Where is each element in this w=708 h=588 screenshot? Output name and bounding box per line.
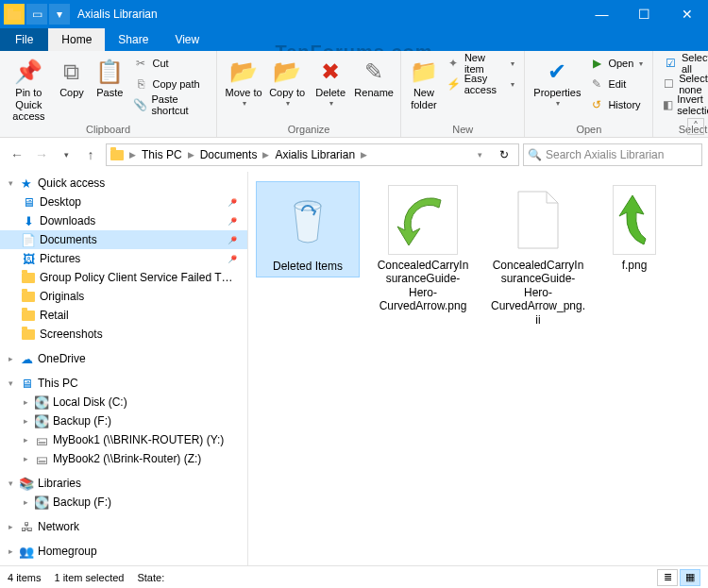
file-item[interactable]: ConcealedCarryInsuranceGuide-Hero-Curved…	[371, 181, 475, 317]
history-button[interactable]: ↺History	[585, 94, 647, 115]
file-menu[interactable]: File	[0, 28, 48, 51]
blank-file-icon	[503, 185, 573, 255]
recycle-bin-icon	[273, 186, 343, 256]
document-icon: 📄	[21, 232, 36, 247]
nav-item-downloads[interactable]: ⬇Downloads📍	[0, 211, 247, 230]
chevron-right-icon: ▶	[129, 150, 136, 160]
network-drive-icon: 🖴	[34, 451, 49, 466]
select-none-button[interactable]: ☐Select none	[659, 74, 708, 94]
pin-icon: 📍	[225, 213, 240, 228]
tab-share[interactable]: Share	[105, 28, 161, 51]
ribbon-group-clipboard: 📌 Pin to Quick access ⧉ Copy 📋 Paste ✂Cu…	[0, 51, 217, 137]
up-button[interactable]: ↑	[79, 143, 102, 166]
paste-shortcut-icon: 📎	[133, 97, 147, 112]
paste-shortcut-button[interactable]: 📎Paste shortcut	[129, 94, 211, 115]
tab-home[interactable]: Home	[48, 28, 105, 51]
edit-button[interactable]: ✎Edit	[585, 74, 647, 94]
folder-icon	[21, 270, 36, 285]
nav-network[interactable]: ▸🖧Network	[0, 517, 247, 536]
nav-item-drive[interactable]: ▸💽Local Disk (C:)	[0, 393, 247, 412]
onedrive-icon: ☁	[19, 351, 34, 366]
qat-properties-icon[interactable]: ▭	[26, 4, 47, 25]
nav-item-pictures[interactable]: 🖼Pictures📍	[0, 249, 247, 268]
nav-item-drive[interactable]: ▸💽Backup (F:)	[0, 493, 247, 512]
pin-to-quick-access-button[interactable]: 📌 Pin to Quick access	[6, 53, 52, 123]
file-item-deleted-items[interactable]: Deleted Items	[256, 181, 360, 277]
file-item[interactable]: f.png	[601, 181, 667, 276]
paste-button[interactable]: 📋 Paste	[92, 53, 127, 99]
rename-button[interactable]: ✎Rename	[353, 53, 395, 99]
copy-button[interactable]: ⧉ Copy	[54, 53, 90, 99]
pin-icon: 📌	[13, 57, 43, 87]
delete-icon: ✖	[315, 57, 346, 87]
quick-access-toolbar: ▭ ▾	[0, 4, 70, 25]
maximize-button[interactable]: ☐	[623, 0, 666, 28]
file-item[interactable]: ConcealedCarryInsuranceGuide-Hero-Curved…	[486, 181, 590, 330]
network-icon: 🖧	[19, 519, 34, 534]
status-state: State:	[137, 572, 164, 583]
close-button[interactable]: ✕	[666, 0, 708, 28]
back-button[interactable]: ←	[6, 143, 28, 166]
history-icon: ↺	[589, 97, 604, 112]
nav-item-netdrive[interactable]: ▸🖴MyBook1 (\\BRINK-ROUTER) (Y:)	[0, 430, 247, 449]
copy-path-button[interactable]: ⎘Copy path	[129, 74, 211, 94]
nav-item-desktop[interactable]: 🖥Desktop📍	[0, 193, 247, 211]
easy-access-button[interactable]: ⚡Easy access▾	[443, 74, 519, 94]
new-folder-button[interactable]: 📁New folder	[407, 53, 441, 110]
forward-button[interactable]: →	[30, 143, 53, 166]
address-dropdown-button[interactable]: ▾	[469, 150, 490, 160]
icons-view-button[interactable]: ▦	[680, 569, 700, 586]
invert-selection-button[interactable]: ◧Invert selection	[659, 94, 708, 115]
qat-new-folder-icon[interactable]: ▾	[49, 4, 70, 25]
ribbon-tabs: File Home Share View	[0, 28, 708, 51]
network-drive-icon: 🖴	[34, 432, 49, 447]
nav-item-drive[interactable]: ▸💽Backup (F:)	[0, 412, 247, 430]
nav-item-folder[interactable]: Screenshots	[0, 325, 247, 344]
nav-libraries[interactable]: ▾📚Libraries	[0, 474, 247, 493]
folder-icon	[21, 308, 36, 323]
move-to-button[interactable]: 📂Move to▾	[223, 53, 264, 108]
nav-onedrive[interactable]: ▸☁OneDrive	[0, 349, 247, 368]
refresh-button[interactable]: ↻	[494, 148, 514, 161]
copy-icon: ⧉	[57, 57, 87, 87]
breadcrumb[interactable]: This PC	[142, 148, 182, 161]
nav-quick-access[interactable]: ▾★Quick access	[0, 174, 247, 193]
svg-rect-0	[8, 11, 21, 20]
nav-item-folder[interactable]: Retail	[0, 306, 247, 325]
new-item-button[interactable]: ✦New item▾	[443, 53, 519, 74]
nav-item-folder[interactable]: Group Policy Client Service Failed The L…	[0, 268, 247, 287]
drive-icon: 💽	[34, 495, 49, 510]
nav-homegroup[interactable]: ▸👥Homegroup	[0, 542, 247, 561]
rename-icon: ✎	[359, 57, 389, 87]
recent-locations-button[interactable]: ▾	[55, 143, 77, 166]
properties-button[interactable]: ✔Properties▾	[531, 53, 583, 108]
nav-item-documents[interactable]: 📄Documents📍	[0, 230, 247, 249]
pin-icon: 📍	[225, 194, 240, 210]
minimize-button[interactable]: —	[581, 0, 623, 28]
nav-item-folder[interactable]: Originals	[0, 287, 247, 306]
address-bar[interactable]: ▶ This PC ▶ Documents ▶ Axialis Libraria…	[106, 143, 519, 166]
search-box[interactable]: 🔍 Search Axialis Librarian	[523, 143, 702, 166]
cut-button[interactable]: ✂Cut	[129, 53, 211, 74]
pin-icon: 📍	[225, 251, 240, 266]
desktop-icon: 🖥	[21, 194, 36, 210]
nav-this-pc[interactable]: ▾🖥This PC	[0, 374, 247, 393]
address-row: ← → ▾ ↑ ▶ This PC ▶ Documents ▶ Axialis …	[0, 138, 708, 172]
content-pane[interactable]: Deleted Items ConcealedCarryInsuranceGui…	[248, 172, 708, 565]
open-button[interactable]: ▶Open▾	[585, 53, 647, 74]
drive-icon: 💽	[34, 413, 49, 428]
chevron-right-icon: ▶	[188, 150, 194, 160]
breadcrumb[interactable]: Axialis Librarian	[275, 148, 355, 161]
select-all-button[interactable]: ☑Select all	[659, 53, 708, 74]
delete-button[interactable]: ✖Delete▾	[310, 53, 351, 108]
breadcrumb[interactable]: Documents	[200, 148, 258, 161]
nav-item-netdrive[interactable]: ▸🖴MyBook2 (\\Brink-Router) (Z:)	[0, 449, 247, 468]
tab-view[interactable]: View	[161, 28, 212, 51]
curved-arrow-icon	[388, 185, 458, 255]
paste-icon: 📋	[94, 57, 125, 87]
folder-icon	[21, 289, 36, 304]
copy-to-button[interactable]: 📂Copy to▾	[266, 53, 308, 108]
ribbon-collapse-button[interactable]: ˄	[687, 118, 704, 135]
move-to-icon: 📂	[228, 57, 259, 87]
details-view-button[interactable]: ≣	[657, 569, 678, 586]
